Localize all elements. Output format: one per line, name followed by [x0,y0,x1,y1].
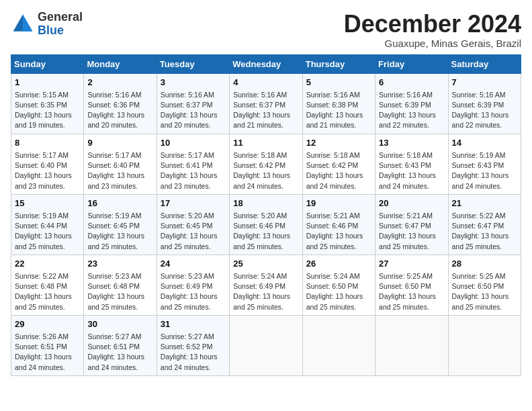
table-row: 6Sunrise: 5:16 AM Sunset: 6:39 PM Daylig… [375,73,448,134]
day-info: Sunrise: 5:25 AM Sunset: 6:50 PM Dayligh… [379,271,444,312]
table-row: 19Sunrise: 5:21 AM Sunset: 6:46 PM Dayli… [302,194,375,255]
col-friday: Friday [375,54,448,73]
table-row: 24Sunrise: 5:23 AM Sunset: 6:49 PM Dayli… [157,255,229,315]
col-sunday: Sunday [11,54,84,73]
table-row: 28Sunrise: 5:25 AM Sunset: 6:50 PM Dayli… [448,255,521,315]
day-info: Sunrise: 5:23 AM Sunset: 6:49 PM Dayligh… [161,271,226,312]
day-number: 13 [379,137,444,149]
day-number: 25 [233,258,298,270]
day-info: Sunrise: 5:19 AM Sunset: 6:45 PM Dayligh… [87,211,152,252]
day-number: 3 [161,77,226,89]
day-info: Sunrise: 5:17 AM Sunset: 6:41 PM Dayligh… [161,150,226,191]
day-info: Sunrise: 5:17 AM Sunset: 6:40 PM Dayligh… [15,150,80,191]
day-number: 2 [87,77,152,89]
day-number: 31 [161,318,226,330]
table-row: 26Sunrise: 5:24 AM Sunset: 6:50 PM Dayli… [302,255,375,315]
day-info: Sunrise: 5:15 AM Sunset: 6:35 PM Dayligh… [15,90,80,131]
table-row: 22Sunrise: 5:22 AM Sunset: 6:48 PM Dayli… [11,255,84,315]
table-row: 29Sunrise: 5:26 AM Sunset: 6:51 PM Dayli… [11,315,84,375]
day-number: 20 [379,197,444,210]
day-number: 29 [15,318,80,330]
day-info: Sunrise: 5:19 AM Sunset: 6:44 PM Dayligh… [15,211,80,252]
day-info: Sunrise: 5:24 AM Sunset: 6:50 PM Dayligh… [306,271,371,312]
table-row: 14Sunrise: 5:19 AM Sunset: 6:43 PM Dayli… [448,134,521,194]
calendar-week-1: 1Sunrise: 5:15 AM Sunset: 6:35 PM Daylig… [11,73,521,134]
table-row: 21Sunrise: 5:22 AM Sunset: 6:47 PM Dayli… [448,194,521,255]
day-info: Sunrise: 5:18 AM Sunset: 6:42 PM Dayligh… [306,150,371,191]
table-row: 4Sunrise: 5:16 AM Sunset: 6:37 PM Daylig… [230,73,302,134]
day-number: 19 [306,197,371,210]
day-number: 24 [161,258,226,270]
day-number: 22 [15,258,80,270]
day-number: 21 [452,197,517,210]
day-number: 14 [452,137,517,149]
day-info: Sunrise: 5:25 AM Sunset: 6:50 PM Dayligh… [452,271,517,312]
col-monday: Monday [84,54,157,73]
col-tuesday: Tuesday [157,54,229,73]
table-row: 11Sunrise: 5:18 AM Sunset: 6:42 PM Dayli… [230,134,302,194]
day-number: 5 [306,77,371,89]
day-number: 23 [87,258,152,270]
calendar-week-4: 22Sunrise: 5:22 AM Sunset: 6:48 PM Dayli… [11,255,521,315]
day-info: Sunrise: 5:21 AM Sunset: 6:46 PM Dayligh… [306,211,371,252]
table-row [230,315,302,375]
logo-general: General [38,10,83,24]
day-info: Sunrise: 5:24 AM Sunset: 6:49 PM Dayligh… [233,271,298,312]
table-row: 1Sunrise: 5:15 AM Sunset: 6:35 PM Daylig… [11,73,84,134]
day-info: Sunrise: 5:18 AM Sunset: 6:42 PM Dayligh… [233,150,298,191]
month-title: December 2024 [344,11,521,38]
day-info: Sunrise: 5:19 AM Sunset: 6:43 PM Dayligh… [452,150,517,191]
day-number: 11 [233,137,298,149]
day-number: 26 [306,258,371,270]
table-row [375,315,448,375]
day-number: 27 [379,258,444,270]
day-info: Sunrise: 5:16 AM Sunset: 6:37 PM Dayligh… [161,90,226,131]
table-row: 23Sunrise: 5:23 AM Sunset: 6:48 PM Dayli… [84,255,157,315]
calendar-table: Sunday Monday Tuesday Wednesday Thursday… [11,54,521,376]
logo-blue: Blue [38,24,64,37]
calendar-header-row: Sunday Monday Tuesday Wednesday Thursday… [11,54,521,73]
title-area: December 2024 Guaxupe, Minas Gerais, Bra… [344,11,521,49]
day-info: Sunrise: 5:22 AM Sunset: 6:47 PM Dayligh… [452,211,517,252]
day-number: 12 [306,137,371,149]
day-info: Sunrise: 5:16 AM Sunset: 6:38 PM Dayligh… [306,90,371,131]
table-row: 2Sunrise: 5:16 AM Sunset: 6:36 PM Daylig… [84,73,157,134]
day-number: 10 [161,137,226,149]
day-info: Sunrise: 5:22 AM Sunset: 6:48 PM Dayligh… [15,271,80,312]
table-row: 7Sunrise: 5:16 AM Sunset: 6:39 PM Daylig… [448,73,521,134]
day-info: Sunrise: 5:21 AM Sunset: 6:47 PM Dayligh… [379,211,444,252]
calendar-week-3: 15Sunrise: 5:19 AM Sunset: 6:44 PM Dayli… [11,194,521,255]
table-row: 8Sunrise: 5:17 AM Sunset: 6:40 PM Daylig… [11,134,84,194]
table-row: 15Sunrise: 5:19 AM Sunset: 6:44 PM Dayli… [11,194,84,255]
page-header: General Blue December 2024 Guaxupe, Mina… [11,11,521,49]
day-number: 4 [233,77,298,89]
logo-text: General Blue [38,11,83,38]
day-number: 6 [379,77,444,89]
logo: General Blue [11,11,83,38]
table-row: 27Sunrise: 5:25 AM Sunset: 6:50 PM Dayli… [375,255,448,315]
col-thursday: Thursday [302,54,375,73]
day-info: Sunrise: 5:16 AM Sunset: 6:39 PM Dayligh… [379,90,444,131]
calendar-week-2: 8Sunrise: 5:17 AM Sunset: 6:40 PM Daylig… [11,134,521,194]
table-row: 18Sunrise: 5:20 AM Sunset: 6:46 PM Dayli… [230,194,302,255]
table-row: 25Sunrise: 5:24 AM Sunset: 6:49 PM Dayli… [230,255,302,315]
day-info: Sunrise: 5:17 AM Sunset: 6:40 PM Dayligh… [87,150,152,191]
table-row: 3Sunrise: 5:16 AM Sunset: 6:37 PM Daylig… [157,73,229,134]
day-number: 17 [161,197,226,210]
day-info: Sunrise: 5:26 AM Sunset: 6:51 PM Dayligh… [15,332,80,373]
day-info: Sunrise: 5:16 AM Sunset: 6:36 PM Dayligh… [87,90,152,131]
day-number: 8 [15,137,80,149]
table-row [302,315,375,375]
logo-icon [11,12,35,36]
day-info: Sunrise: 5:16 AM Sunset: 6:37 PM Dayligh… [233,90,298,131]
day-info: Sunrise: 5:20 AM Sunset: 6:45 PM Dayligh… [161,211,226,252]
day-number: 1 [15,77,80,89]
table-row: 5Sunrise: 5:16 AM Sunset: 6:38 PM Daylig… [302,73,375,134]
day-info: Sunrise: 5:27 AM Sunset: 6:52 PM Dayligh… [161,332,226,373]
day-info: Sunrise: 5:16 AM Sunset: 6:39 PM Dayligh… [452,90,517,131]
table-row: 17Sunrise: 5:20 AM Sunset: 6:45 PM Dayli… [157,194,229,255]
day-number: 15 [15,197,80,210]
location-title: Guaxupe, Minas Gerais, Brazil [344,38,521,49]
day-info: Sunrise: 5:27 AM Sunset: 6:51 PM Dayligh… [87,332,152,373]
calendar-week-5: 29Sunrise: 5:26 AM Sunset: 6:51 PM Dayli… [11,315,521,375]
